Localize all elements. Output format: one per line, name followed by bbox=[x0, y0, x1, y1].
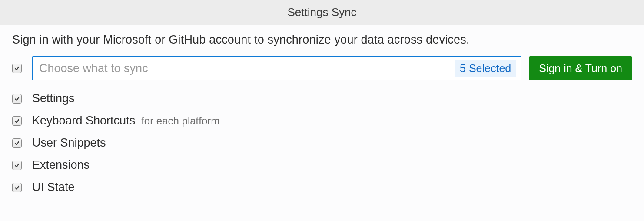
checkmark-icon bbox=[14, 184, 20, 191]
option-label-line: Extensions bbox=[32, 158, 96, 172]
option-checkbox-ui-state[interactable] bbox=[12, 183, 22, 192]
option-label: Extensions bbox=[32, 158, 90, 172]
option-row-settings[interactable]: Settings bbox=[12, 92, 632, 105]
option-label-line: User Snippets bbox=[32, 136, 112, 150]
input-row: 5 Selected Sign in & Turn on bbox=[12, 56, 632, 80]
option-row-keyboard-shortcuts[interactable]: Keyboard Shortcuts for each platform bbox=[12, 114, 632, 127]
sync-input-container[interactable]: 5 Selected bbox=[32, 56, 521, 80]
settings-sync-dialog: Settings Sync Sign in with your Microsof… bbox=[0, 0, 644, 221]
option-label: UI State bbox=[32, 181, 75, 194]
option-label-line: UI State bbox=[32, 181, 81, 194]
option-checkbox-settings[interactable] bbox=[12, 94, 22, 104]
option-label: Settings bbox=[32, 92, 75, 105]
option-checkbox-keyboard-shortcuts[interactable] bbox=[12, 116, 22, 126]
option-row-ui-state[interactable]: UI State bbox=[12, 181, 632, 194]
dialog-title: Settings Sync bbox=[0, 0, 644, 25]
option-checkbox-extensions[interactable] bbox=[12, 161, 22, 170]
checkmark-icon bbox=[14, 65, 20, 71]
master-checkbox-wrapper bbox=[12, 64, 24, 73]
option-checkbox-user-snippets[interactable] bbox=[12, 138, 22, 148]
option-row-user-snippets[interactable]: User Snippets bbox=[12, 136, 632, 150]
checkmark-icon bbox=[14, 96, 20, 102]
dialog-body: Sign in with your Microsoft or GitHub ac… bbox=[0, 25, 644, 203]
dialog-subtitle: Sign in with your Microsoft or GitHub ac… bbox=[12, 33, 632, 47]
sync-option-list: Settings Keyboard Shortcuts for each pla… bbox=[12, 92, 632, 194]
option-label: Keyboard Shortcuts bbox=[32, 114, 135, 127]
checkmark-icon bbox=[14, 162, 20, 168]
sign-in-turn-on-button[interactable]: Sign in & Turn on bbox=[529, 56, 632, 80]
checkmark-icon bbox=[14, 118, 20, 124]
option-label-line: Keyboard Shortcuts for each platform bbox=[32, 114, 219, 127]
sync-input[interactable] bbox=[39, 57, 455, 80]
checkmark-icon bbox=[14, 140, 20, 146]
option-detail: for each platform bbox=[141, 115, 219, 127]
option-label: User Snippets bbox=[32, 136, 106, 150]
selected-count-badge: 5 Selected bbox=[455, 60, 516, 77]
master-checkbox[interactable] bbox=[12, 64, 22, 73]
option-row-extensions[interactable]: Extensions bbox=[12, 158, 632, 172]
option-label-line: Settings bbox=[32, 92, 81, 105]
